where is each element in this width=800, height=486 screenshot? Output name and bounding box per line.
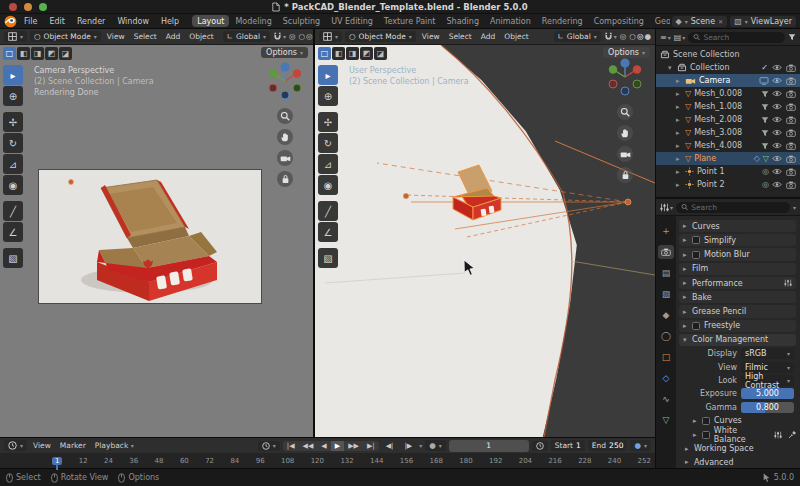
filter-icon[interactable] (788, 33, 796, 41)
editor-type-button[interactable]: ▾ (4, 440, 27, 451)
rotate-tool-icon[interactable]: ↻ (3, 133, 23, 153)
timeline-menu-view[interactable]: View (30, 441, 54, 450)
annotate-tool-icon[interactable]: ╱ (3, 201, 23, 221)
jump-to-end-button[interactable]: ▶| (363, 441, 379, 451)
mode-dropdown[interactable]: ○Object Mode▾ (30, 31, 101, 42)
gamma-slider[interactable]: 0.800 (741, 402, 794, 413)
exposure-slider[interactable]: 5.000 (741, 388, 794, 399)
select-box-tool-icon[interactable]: ▸ (318, 65, 338, 85)
properties-editor[interactable]: ▾ ▾ + ▤ ▧ ◆ ◯ □ (656, 199, 800, 468)
outliner-item-mesh-4[interactable]: ▸ ▽ Mesh_4.008 (656, 139, 800, 152)
viewport-menu-view[interactable]: View (104, 32, 128, 41)
camera-view-icon[interactable] (617, 146, 633, 162)
properties-editor-type-button[interactable]: ▾ (660, 203, 673, 212)
scale-tool-icon[interactable]: ⊿ (3, 154, 23, 174)
expand-icon[interactable]: ▸ (676, 103, 682, 111)
playhead[interactable]: 1 (52, 457, 62, 465)
hide-eye-icon[interactable] (772, 103, 782, 110)
expand-icon[interactable]: ▸ (676, 168, 682, 176)
expand-icon[interactable]: ▸ (676, 181, 682, 189)
hide-eye-icon[interactable] (772, 168, 782, 175)
measure-tool-icon[interactable]: ∠ (318, 222, 338, 242)
viewport-menu-view[interactable]: View (419, 32, 443, 41)
panel-performance[interactable]: ▸Performance (679, 277, 796, 289)
scale-tool-icon[interactable]: ⊿ (318, 154, 338, 174)
outliner-scene-collection[interactable]: Scene Collection (656, 48, 800, 61)
use-preview-range-button[interactable] (532, 441, 548, 451)
look-dropdown[interactable]: High Contrast▾ (741, 375, 794, 386)
mode-dropdown[interactable]: ○Object Mode▾ (345, 31, 416, 42)
render-visibility-icon[interactable] (786, 168, 796, 176)
hide-eye-icon[interactable] (772, 181, 782, 188)
hide-eye-icon[interactable] (772, 77, 782, 84)
collection-checkbox[interactable]: ✓ (761, 63, 768, 72)
select-subtract-mode-icon[interactable]: ◨ (31, 47, 44, 60)
measure-tool-icon[interactable]: ∠ (3, 222, 23, 242)
modifiers-tab-icon[interactable]: ◇ (658, 371, 674, 385)
outliner-collection[interactable]: ▾ Collection ✓ (656, 61, 800, 74)
rotate-tool-icon[interactable]: ↻ (318, 133, 338, 153)
hide-eye-icon[interactable] (772, 64, 782, 71)
menu-render[interactable]: Render (72, 16, 110, 27)
keying-set-dropdown[interactable]: ●▾ (425, 440, 446, 451)
proportional-edit-icon[interactable]: ◎ (289, 32, 296, 41)
prev-keyframe-button[interactable]: ◀◀ (299, 441, 318, 451)
outliner-editor-type-button[interactable]: ≡▾ (660, 33, 671, 42)
playback-popover-chevron[interactable]: ▾ (419, 442, 422, 449)
select-subtract-mode-icon[interactable]: ◨ (346, 47, 359, 60)
tab-geometry-nodes[interactable]: Geometry Nodes (650, 15, 670, 27)
viewport-menu-add[interactable]: Add (478, 32, 499, 41)
outliner-item-mesh-2[interactable]: ▸ ▽ Mesh_2.008 (656, 113, 800, 126)
hide-eye-icon[interactable] (772, 129, 782, 136)
physics-tab-icon[interactable]: ∿ (658, 392, 674, 406)
expand-icon[interactable]: ▸ (676, 155, 682, 163)
select-extend-mode-icon[interactable]: ◧ (332, 47, 345, 60)
render-visibility-icon[interactable] (786, 77, 796, 85)
transform-tool-icon[interactable]: ◉ (318, 175, 338, 195)
panel-motion-blur[interactable]: ▸Motion Blur (679, 248, 796, 260)
tab-compositing[interactable]: Compositing (589, 15, 649, 27)
outliner-item-camera[interactable]: ▸ Camera (656, 74, 800, 87)
tab-sculpting[interactable]: Sculpting (278, 15, 325, 27)
tab-layout[interactable]: Layout (192, 15, 229, 27)
tab-texture-paint[interactable]: Texture Paint (379, 15, 441, 27)
lock-view-icon[interactable] (617, 167, 633, 183)
pan-hand-icon[interactable] (277, 129, 293, 145)
select-invert-mode-icon[interactable]: ◩ (360, 47, 373, 60)
pan-hand-icon[interactable] (617, 125, 633, 141)
add-cube-tool-icon[interactable]: ▧ (3, 248, 23, 268)
outliner-item-mesh-1[interactable]: ▸ ▽ Mesh_1.008 (656, 100, 800, 113)
expand-icon[interactable]: ▸ (676, 116, 682, 124)
menu-file[interactable]: File (19, 16, 42, 27)
object-tab-icon[interactable]: □ (658, 350, 674, 364)
add-cube-tool-icon[interactable]: ▧ (318, 248, 338, 268)
viewport-menu-select[interactable]: Select (446, 32, 475, 41)
view-layer-selector[interactable]: ▧▾ ViewLayer (730, 16, 796, 27)
lock-view-icon[interactable] (277, 171, 293, 187)
viewport-user[interactable]: ▾ ○Object Mode▾ View Select Add Object ∟… (315, 29, 655, 437)
viewport-menu-select[interactable]: Select (131, 32, 160, 41)
render-visibility-icon[interactable] (786, 142, 796, 150)
subpanel-advanced[interactable]: ▸Advanced (679, 457, 796, 468)
select-box-tool-icon[interactable]: ▸ (3, 65, 23, 85)
expand-icon[interactable]: ▾ (668, 64, 674, 72)
blender-logo-icon[interactable] (4, 15, 17, 28)
camera-view-icon[interactable] (277, 150, 293, 166)
viewport-menu-add[interactable]: Add (163, 32, 184, 41)
motion-blur-checkbox[interactable] (692, 251, 700, 259)
world-tab-icon[interactable]: ◯ (658, 329, 674, 343)
hide-eye-icon[interactable] (772, 116, 782, 123)
tool-tab-icon[interactable]: + (658, 224, 674, 238)
subpanel-white-balance[interactable]: ▸White Balance (679, 428, 796, 441)
hide-eye-icon[interactable] (772, 90, 782, 97)
display-device-dropdown[interactable]: sRGB▾ (741, 348, 794, 359)
viewport-canvas[interactable]: □ ◧ ◨ ◩ ◪ Options▾ ▸ ⊕ ✢ ↻ (0, 45, 313, 437)
render-visibility-icon[interactable] (786, 64, 796, 72)
expand-icon[interactable]: ▸ (676, 90, 682, 98)
shading-mode-icons[interactable]: ○◎● (629, 32, 651, 41)
panel-grease-pencil[interactable]: ▸Grease Pencil (679, 305, 796, 317)
timeline-ruler[interactable]: 1 12 24 36 48 60 72 84 96 108 120 132 14… (0, 453, 655, 468)
select-box-mode-icon[interactable]: □ (318, 47, 331, 60)
properties-options-chevron[interactable]: ▾ (793, 204, 796, 211)
curves-checkbox[interactable] (702, 417, 710, 425)
